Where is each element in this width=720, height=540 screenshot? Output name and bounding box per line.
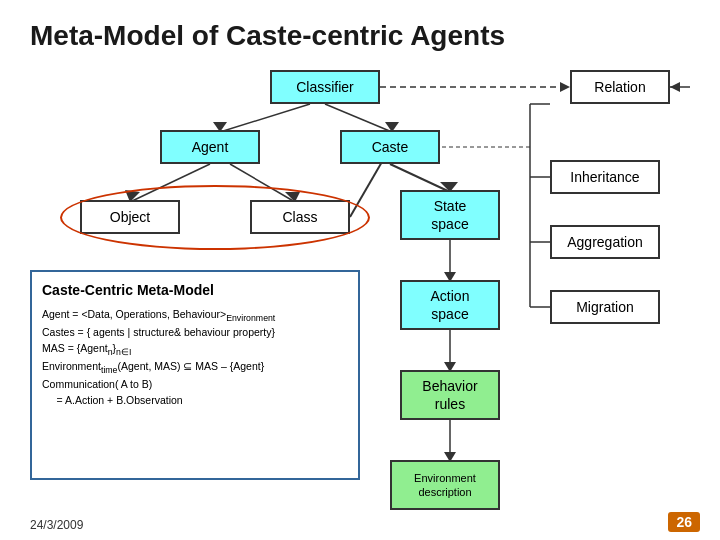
text-box: Caste-Centric Meta-Model Agent = <Data, … [30,270,360,480]
page-title: Meta-Model of Caste-centric Agents [30,20,690,52]
svg-line-10 [230,164,295,202]
env-desc-line1: Environment [414,471,476,485]
svg-marker-7 [670,82,680,92]
action-space-line1: Action [431,287,470,305]
agent-box: Agent [160,130,260,164]
svg-line-2 [220,104,310,132]
object-box: Object [80,200,180,234]
text-box-title: Caste-Centric Meta-Model [42,280,348,301]
agent-label: Agent [192,139,229,155]
action-space-line2: space [431,305,468,323]
svg-line-8 [130,164,210,202]
text-box-line6: = A.Action + B.Observation [42,393,348,409]
env-desc-box: Environment description [390,460,500,510]
aggregation-box: Aggregation [550,225,660,259]
caste-box: Caste [340,130,440,164]
svg-line-0 [325,104,392,132]
svg-line-12 [390,164,450,192]
text-box-line2: Castes = { agents | structure& behaviour… [42,325,348,341]
inheritance-box: Inheritance [550,160,660,194]
migration-box: Migration [550,290,660,324]
action-space-box: Action space [400,280,500,330]
page-number: 26 [668,512,700,532]
state-space-line1: State [434,197,467,215]
object-label: Object [110,209,150,225]
inheritance-label: Inheritance [570,169,639,185]
class-box: Class [250,200,350,234]
classifier-box: Classifier [270,70,380,104]
text-box-line4: Environmenttime(Agent, MAS) ⊆ MAS – {Age… [42,359,348,377]
slide: Meta-Model of Caste-centric Agents [0,0,720,540]
state-space-box: State space [400,190,500,240]
aggregation-label: Aggregation [567,234,643,250]
behavior-rules-box: Behavior rules [400,370,500,420]
classifier-label: Classifier [296,79,354,95]
state-space-line2: space [431,215,468,233]
behavior-rules-line1: Behavior [422,377,477,395]
diagram-area: Classifier Agent Caste Object Class Stat… [30,70,690,470]
text-box-line5: Communication( A to B) [42,377,348,393]
relation-box: Relation [570,70,670,104]
class-label: Class [282,209,317,225]
text-box-line1: Agent = <Data, Operations, Behaviour>Env… [42,307,348,325]
caste-label: Caste [372,139,409,155]
env-desc-line2: description [418,485,471,499]
footer-date: 24/3/2009 [30,518,83,532]
behavior-rules-line2: rules [435,395,465,413]
migration-label: Migration [576,299,634,315]
text-box-line3: MAS = {Agentn}n∈I [42,341,348,359]
relation-label: Relation [594,79,645,95]
svg-marker-5 [560,82,570,92]
